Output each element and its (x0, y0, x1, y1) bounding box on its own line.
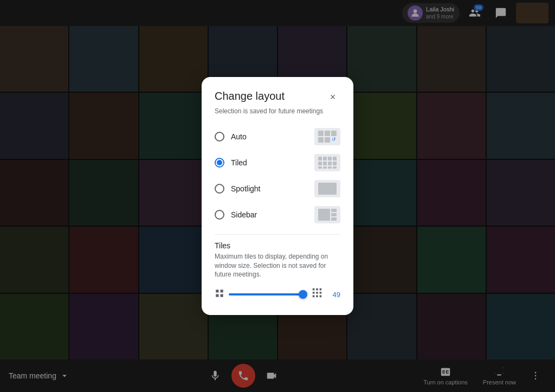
layout-option-spotlight-left: Spotlight (215, 184, 260, 194)
layout-option-spotlight[interactable]: Spotlight (215, 176, 340, 202)
change-layout-dialog: Change layout × Selection is saved for f… (202, 77, 353, 315)
svg-rect-22 (331, 213, 337, 216)
dialog-header: Change layout × (215, 90, 340, 105)
svg-rect-16 (323, 166, 327, 169)
svg-text:↺: ↺ (332, 137, 336, 142)
svg-rect-19 (318, 183, 337, 195)
layout-icon-spotlight (314, 180, 340, 197)
radio-sidebar[interactable] (215, 210, 224, 220)
layout-label-tiled: Tiled (231, 158, 247, 167)
slider-row: 49 (215, 287, 340, 302)
svg-rect-21 (331, 209, 337, 212)
layout-option-tiled[interactable]: Tiled (215, 150, 340, 176)
divider (215, 234, 340, 235)
grid-large-icon (311, 287, 323, 302)
svg-rect-5 (325, 137, 330, 143)
radio-spotlight[interactable] (215, 184, 224, 194)
svg-rect-9 (328, 157, 332, 160)
svg-rect-7 (318, 157, 322, 160)
svg-rect-1 (318, 131, 324, 136)
radio-auto[interactable] (215, 132, 224, 142)
tiles-slider[interactable] (229, 289, 307, 300)
layout-option-auto[interactable]: Auto ↺ (215, 124, 340, 150)
layout-label-sidebar: Sidebar (231, 210, 257, 219)
close-button[interactable]: × (325, 90, 340, 105)
svg-rect-15 (318, 166, 322, 169)
dialog-subtitle: Selection is saved for future meetings (215, 107, 340, 115)
svg-rect-23 (331, 217, 337, 221)
layout-option-auto-left: Auto (215, 132, 247, 142)
svg-rect-14 (333, 162, 337, 165)
layout-option-tiled-left: Tiled (215, 158, 247, 168)
svg-rect-20 (318, 209, 330, 221)
slider-track (229, 293, 307, 295)
layout-option-sidebar[interactable]: Sidebar (215, 202, 340, 228)
svg-rect-11 (318, 162, 322, 165)
layout-icon-auto: ↺ (314, 128, 340, 145)
slider-value: 49 (327, 291, 340, 299)
svg-rect-18 (333, 166, 337, 169)
svg-rect-2 (325, 131, 330, 136)
svg-rect-17 (328, 166, 332, 169)
radio-tiled[interactable] (215, 158, 224, 168)
layout-label-auto: Auto (231, 132, 247, 141)
svg-rect-13 (328, 162, 332, 165)
tiles-title: Tiles (215, 241, 340, 250)
tiles-desc: Maximum tiles to display, depending on w… (215, 252, 340, 279)
svg-rect-12 (323, 162, 327, 165)
layout-option-sidebar-left: Sidebar (215, 210, 257, 220)
grid-small-icon (215, 288, 224, 301)
svg-rect-10 (333, 157, 337, 160)
layout-icon-sidebar (314, 206, 340, 223)
dialog-title: Change layout (215, 90, 285, 102)
svg-rect-3 (331, 131, 337, 136)
modal-overlay: Change layout × Selection is saved for f… (0, 0, 555, 392)
layout-icon-tiled (314, 154, 340, 171)
slider-thumb[interactable] (299, 290, 307, 299)
radio-tiled-inner (217, 160, 222, 165)
svg-rect-8 (323, 157, 327, 160)
layout-label-spotlight: Spotlight (231, 184, 260, 193)
slider-fill (229, 293, 303, 295)
svg-rect-4 (318, 137, 324, 143)
